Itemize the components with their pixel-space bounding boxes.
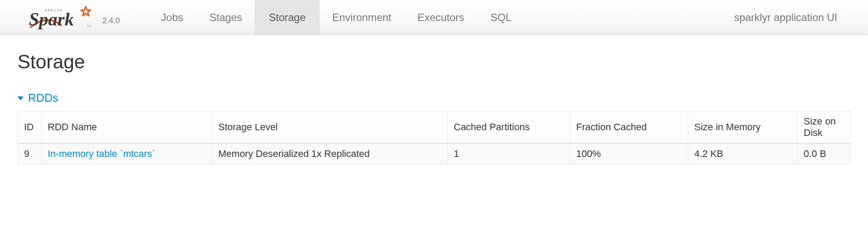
navbar: APACHE Spark TM 2.4.0 Jobs Stages Storag… [0,0,868,35]
col-rdd-name[interactable]: RDD Name [42,111,212,144]
tab-sql[interactable]: SQL [477,0,525,35]
tab-stages[interactable]: Stages [196,0,256,35]
spark-version-label: 2.4.0 [102,16,120,25]
cell-id: 9 [18,143,42,164]
spark-logo-icon: APACHE Spark TM [28,5,98,30]
brand: APACHE Spark TM 2.4.0 [0,0,132,35]
col-parts[interactable]: Cached Partitions [448,111,570,144]
section-rdds-label: RDDs [28,91,58,105]
table-row: 9 In-memory table `mtcars` Memory Deseri… [18,143,850,164]
col-fraction[interactable]: Fraction Cached [570,111,688,144]
tab-environment[interactable]: Environment [319,0,405,35]
nav-tabs: Jobs Stages Storage Environment Executor… [148,0,525,35]
content: Storage RDDs ID RDD Name Storage Level C… [0,35,868,164]
tab-storage[interactable]: Storage [255,0,319,35]
disclosure-triangle-down-icon [18,96,24,100]
col-mem[interactable]: Size in Memory [688,111,798,144]
tab-executors[interactable]: Executors [404,0,477,35]
col-level[interactable]: Storage Level [212,111,448,144]
cell-parts: 1 [448,143,570,164]
cell-level: Memory Deserialized 1x Replicated [212,143,448,164]
cell-rdd-name: In-memory table `mtcars` [42,143,212,164]
cell-mem: 4.2 KB [688,143,798,164]
cell-disk: 0.0 B [798,143,850,164]
section-rdds-toggle[interactable]: RDDs [18,91,850,105]
rdd-name-link[interactable]: In-memory table `mtcars` [48,148,155,159]
tab-jobs[interactable]: Jobs [148,0,196,35]
table-header-row: ID RDD Name Storage Level Cached Partiti… [18,111,850,144]
page-title: Storage [18,51,850,73]
col-disk[interactable]: Size on Disk [798,111,850,144]
brand-wordmark: Spark [29,9,74,29]
svg-text:TM: TM [87,25,91,28]
rdd-table: ID RDD Name Storage Level Cached Partiti… [18,111,850,164]
application-name-label: sparklyr application UI [734,0,868,35]
cell-fraction: 100% [570,143,688,164]
col-id[interactable]: ID [18,111,42,144]
